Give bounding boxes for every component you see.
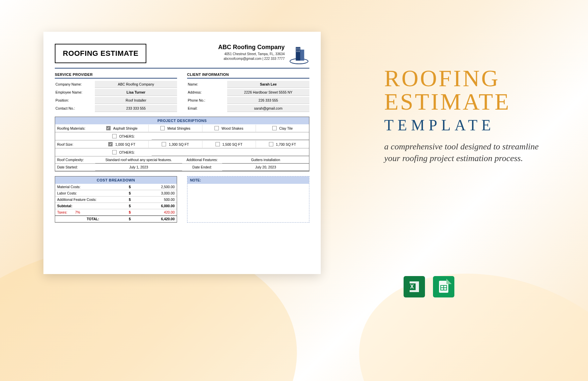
size-other-checkbox[interactable] [112, 150, 117, 154]
date-ended[interactable]: July 20, 2023 [222, 164, 309, 171]
complexity-value[interactable]: Standard roof without any special featur… [95, 156, 182, 163]
material-other-checkbox[interactable] [112, 134, 117, 138]
cost-breakdown: COST BREAKDOWN Material Costs:$2,500.00 … [55, 176, 177, 223]
provider-title: SERVICE PROVIDER [55, 73, 177, 79]
excel-icon: X [404, 276, 425, 297]
client-name[interactable]: Sarah Lee [227, 81, 309, 88]
svg-rect-1 [296, 47, 300, 61]
svg-rect-9 [296, 51, 297, 52]
sheets-icon [433, 276, 454, 297]
svg-rect-4 [298, 48, 298, 49]
company-block: ABC Roofing Company 4051 Chestnut Street… [218, 44, 309, 65]
material-cost[interactable]: 2,500.00 [139, 185, 175, 189]
material-checkbox[interactable] [160, 126, 165, 130]
provider-employee[interactable]: Lisa Turner [95, 89, 177, 96]
date-started[interactable]: July 1, 2023 [95, 164, 182, 171]
project-title: PROJECT DESCRIPTIONS [55, 117, 309, 124]
company-address: 4051 Chestnut Street, Tampa, FL, 33634 [218, 52, 285, 56]
doc-title: ROOFING ESTIMATE [63, 49, 138, 58]
size-checkbox[interactable] [108, 142, 113, 146]
info-section: SERVICE PROVIDER Company Name:ABC Roofin… [55, 73, 309, 113]
promo-line2: ESTIMATE [384, 90, 545, 114]
promo-desc: a comprehensive tool designed to streaml… [384, 141, 545, 164]
provider-contact[interactable]: 233 333 555 [95, 105, 177, 112]
svg-rect-6 [296, 49, 297, 50]
features-value[interactable]: Gutters installation [222, 156, 309, 163]
tax-pct[interactable]: 7% [75, 210, 80, 214]
subtotal: 6,000.00 [139, 204, 175, 208]
size-checkbox[interactable] [215, 142, 220, 146]
title-box: ROOFING ESTIMATE [55, 44, 146, 63]
svg-rect-8 [299, 49, 300, 50]
project-section: PROJECT DESCRIPTIONS Roofing Materials: … [55, 117, 309, 171]
estimate-document: ROOFING ESTIMATE ABC Roofing Company 405… [43, 32, 321, 274]
promo-line1: ROOFING [384, 67, 545, 90]
bottom-section: COST BREAKDOWN Material Costs:$2,500.00 … [55, 176, 309, 223]
size-checkbox[interactable] [269, 142, 273, 146]
client-email[interactable]: sarah@gmail.com [227, 105, 309, 112]
company-contact: abcroofcomp@gmail.com | 222 333 7777 [218, 56, 285, 61]
document-header: ROOFING ESTIMATE ABC Roofing Company 405… [55, 44, 309, 69]
size-checkbox[interactable] [162, 142, 166, 146]
svg-rect-10 [298, 51, 298, 52]
svg-rect-5 [299, 48, 300, 49]
size-row: Roof Size: 1,000 SQ FT 1,300 SQ FT 1,500… [55, 140, 309, 148]
note-box[interactable]: NOTE: [187, 176, 309, 223]
svg-rect-2 [300, 49, 304, 60]
materials-row: Roofing Materials: Asphalt Shingle Metal… [55, 124, 309, 132]
svg-rect-3 [296, 48, 297, 49]
svg-rect-7 [298, 49, 298, 50]
labor-cost[interactable]: 3,000.00 [139, 191, 175, 195]
material-checkbox[interactable] [106, 126, 111, 130]
tax-value: 420.00 [139, 210, 175, 214]
promo-text: ROOFING ESTIMATE TEMPLATE a comprehensiv… [384, 67, 545, 164]
svg-text:X: X [410, 284, 414, 289]
client-column: CLIENT INFORMATION Name:Sarah Lee Addres… [187, 73, 309, 113]
provider-company[interactable]: ABC Roofing Company [95, 81, 177, 88]
svg-rect-11 [299, 51, 300, 52]
provider-column: SERVICE PROVIDER Company Name:ABC Roofin… [55, 73, 177, 113]
provider-position[interactable]: Roof Installer [95, 97, 177, 104]
promo-line3: TEMPLATE [384, 116, 545, 134]
client-phone[interactable]: 226 333 555 [227, 97, 309, 104]
building-logo-icon [289, 44, 309, 65]
format-icons: X [404, 276, 454, 297]
material-checkbox[interactable] [214, 126, 219, 130]
company-name: ABC Roofing Company [218, 44, 285, 51]
material-checkbox[interactable] [272, 126, 277, 130]
client-title: CLIENT INFORMATION [187, 73, 309, 79]
client-address[interactable]: 2226 Hardboar Street 5555 NY [227, 89, 309, 96]
feature-cost[interactable]: 500.00 [139, 198, 175, 202]
total-value: 6,420.00 [139, 217, 175, 221]
